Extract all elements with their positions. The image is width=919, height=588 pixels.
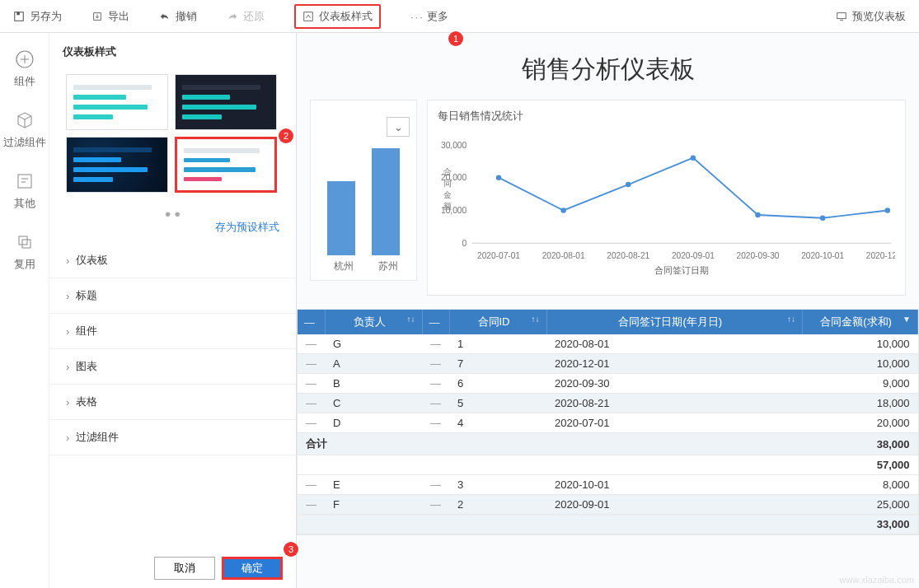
svg-text:额: 额 (443, 202, 452, 211)
sort-icon[interactable]: ↑↓ (407, 315, 415, 324)
style-thumb-light-multi[interactable] (175, 137, 277, 193)
row-collapse[interactable]: — (422, 374, 449, 394)
style-panel-footer: 取消 确定 (49, 548, 296, 588)
toolbar-undo[interactable]: 撤销 (159, 9, 197, 24)
row-collapse[interactable]: — (422, 495, 449, 515)
table-row[interactable]: —C—52020-08-2118,000 (298, 394, 918, 413)
toolbar-export[interactable]: 导出 (91, 9, 129, 24)
table-total-row: 33,000 (298, 515, 918, 534)
more-icon: ··· (410, 11, 422, 22)
row-collapse[interactable]: — (422, 413, 449, 433)
cell-id: 4 (449, 413, 546, 433)
toolbar-save-as[interactable]: 另存为 (13, 9, 62, 24)
data-table: — 负责人↑↓ — 合同ID↑↓ 合同签订日期(年月日)↑↓ 合同金额(求和)▼… (298, 310, 918, 534)
rail-component-label: 组件 (14, 74, 35, 89)
cell-amount: 10,000 (803, 334, 918, 354)
watermark: www.xiazaiba.com (840, 575, 914, 585)
cell-date: 2020-12-01 (546, 354, 803, 374)
style-pager-dots[interactable]: ● ● (49, 208, 296, 220)
row-collapse[interactable]: — (298, 334, 325, 354)
style-thumb-dark-cyan[interactable] (175, 74, 277, 130)
table-row[interactable]: —E—32020-10-018,000 (298, 475, 918, 495)
chevron-right-icon: › (66, 361, 69, 373)
row-collapse[interactable]: — (298, 394, 325, 413)
th-amount[interactable]: 合同金额(求和)▼ (803, 310, 918, 334)
total-amount: 57,000 (803, 455, 918, 475)
section-chart[interactable]: ›图表 (49, 349, 296, 385)
th-collapse-id[interactable]: — (422, 310, 449, 334)
cancel-button[interactable]: 取消 (154, 557, 215, 580)
annotation-badge-3: 3 (284, 542, 298, 557)
confirm-button[interactable]: 确定 (222, 557, 283, 580)
row-collapse[interactable]: — (422, 334, 449, 354)
th-id-label: 合同ID (478, 315, 510, 328)
row-collapse[interactable]: — (422, 475, 449, 495)
cell-owner: C (325, 394, 422, 413)
section-component[interactable]: ›组件 (49, 314, 296, 349)
rail-filter[interactable]: 过滤组件 (0, 110, 49, 150)
row-collapse[interactable]: — (422, 394, 449, 413)
total-amount: 33,000 (803, 515, 918, 534)
cell-id: 6 (449, 374, 546, 394)
cell-amount: 18,000 (803, 394, 918, 413)
sort-icon[interactable]: ↑↓ (532, 315, 540, 324)
svg-text:2020-08-21: 2020-08-21 (607, 251, 649, 260)
svg-point-23 (885, 208, 890, 212)
save-preset-link[interactable]: 存为预设样式 (49, 220, 296, 243)
svg-point-20 (691, 155, 696, 160)
export-icon (91, 11, 103, 22)
undo-icon (159, 11, 171, 22)
section-title[interactable]: ›标题 (49, 278, 296, 314)
caret-down-icon[interactable]: ▼ (903, 315, 911, 324)
rail-reuse[interactable]: 复用 (0, 232, 49, 272)
table-row[interactable]: —F—22020-09-0125,000 (298, 495, 918, 515)
sort-icon[interactable]: ↑↓ (787, 315, 795, 324)
data-table-widget[interactable]: — 负责人↑↓ — 合同ID↑↓ 合同签订日期(年月日)↑↓ 合同金额(求和)▼… (297, 309, 919, 535)
row-collapse[interactable]: — (298, 475, 325, 495)
rail-other[interactable]: 其他 (0, 171, 49, 211)
svg-text:2020-10-01: 2020-10-01 (801, 251, 844, 260)
section-chart-label: 图表 (76, 359, 97, 374)
th-owner[interactable]: 负责人↑↓ (325, 310, 422, 334)
bar-chart-widget[interactable]: ⌄ 杭州 苏州 (310, 100, 417, 281)
section-table[interactable]: ›表格 (49, 385, 296, 420)
row-collapse[interactable]: — (298, 354, 325, 374)
table-row[interactable]: —A—72020-12-0110,000 (298, 354, 918, 374)
cell-owner: A (325, 354, 422, 374)
line-chart: 30,000 20,000 10,000 0 合 同 金 额 2020-07-0… (438, 127, 895, 283)
toolbar-dashboard-style[interactable]: 仪表板样式 (294, 4, 381, 29)
th-date[interactable]: 合同签订日期(年月日)↑↓ (546, 310, 803, 334)
cell-amount: 8,000 (803, 475, 918, 495)
style-thumb-light-cyan[interactable] (66, 74, 168, 130)
monitor-icon (836, 11, 847, 22)
toolbar-export-label: 导出 (108, 9, 129, 24)
style-thumb-dark-blue[interactable] (66, 137, 168, 193)
th-owner-label: 负责人 (354, 315, 386, 328)
svg-rect-5 (18, 175, 31, 188)
table-row[interactable]: —G—12020-08-0110,000 (298, 334, 918, 354)
toolbar-preview[interactable]: 预览仪表板 (836, 9, 906, 24)
toolbar-dashboard-style-label: 仪表板样式 (319, 9, 373, 24)
toolbar-more-label: 更多 (427, 9, 448, 24)
row-collapse[interactable]: — (298, 413, 325, 433)
table-row[interactable]: —D—42020-07-0120,000 (298, 413, 918, 433)
th-collapse-owner[interactable]: — (298, 310, 325, 334)
svg-text:2020-12-01: 2020-12-01 (866, 251, 895, 260)
row-collapse[interactable]: — (298, 374, 325, 394)
section-dashboard[interactable]: ›仪表板 (49, 243, 296, 278)
total-label (298, 455, 803, 475)
table-row[interactable]: —B—62020-09-309,000 (298, 374, 918, 394)
row-collapse[interactable]: — (298, 495, 325, 515)
bar-dropdown[interactable]: ⌄ (387, 117, 410, 137)
row-collapse[interactable]: — (422, 354, 449, 374)
cell-owner: D (325, 413, 422, 433)
section-filter[interactable]: ›过滤组件 (49, 420, 296, 455)
rail-add-component[interactable]: 组件 (0, 49, 49, 89)
line-chart-widget[interactable]: 每日销售情况统计 30,000 20,000 10,000 0 合 同 金 额 … (427, 100, 906, 296)
th-contract-id[interactable]: 合同ID↑↓ (449, 310, 546, 334)
toolbar-more[interactable]: ··· 更多 (410, 9, 448, 24)
top-toolbar: 另存为 导出 撤销 还原 仪表板样式 ··· 更多 预览仪表板 (0, 0, 919, 33)
dashboard-title: 销售分析仪表板 (297, 33, 919, 100)
bar-label-suzhou: 苏州 (372, 259, 405, 273)
left-rail: 组件 过滤组件 其他 复用 (0, 33, 49, 588)
